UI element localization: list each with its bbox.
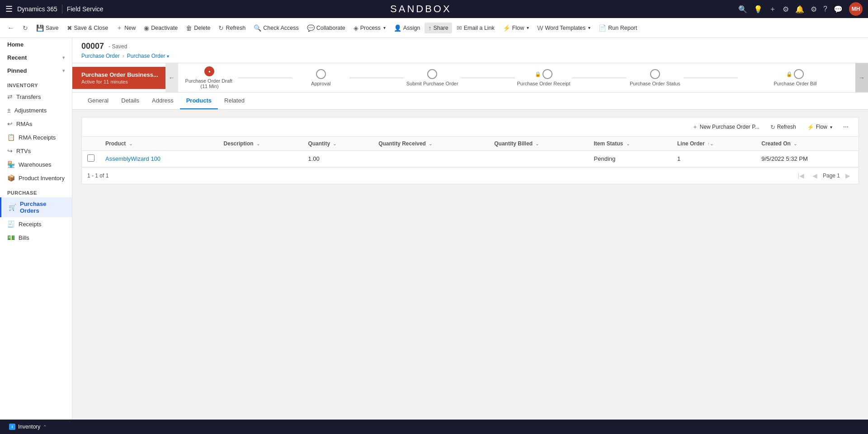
filter-icon[interactable]: ⚙ (783, 5, 789, 14)
col-header-quantity[interactable]: Quantity ⌄ (302, 137, 373, 151)
word-templates-button[interactable]: W Word Templates ▾ (533, 23, 594, 33)
subgrid-refresh-button[interactable]: ↻ Refresh (766, 122, 801, 132)
tabs-row: General Details Address Products Related (72, 93, 868, 110)
forward-button[interactable]: ↻ (19, 23, 32, 33)
tab-general[interactable]: General (81, 93, 115, 109)
sidebar-item-warehouses[interactable]: 🏪 Warehouses (0, 158, 72, 171)
col-header-description[interactable]: Description ⌄ (218, 137, 303, 151)
cell-line-order: 1 (672, 151, 756, 167)
col-header-qty-billed[interactable]: Quantity Billed ⌄ (489, 137, 588, 151)
share-button[interactable]: ↑ Share (425, 23, 452, 33)
sidebar-item-adjustments[interactable]: ± Adjustments (0, 103, 72, 117)
app-name[interactable]: Dynamics 365 (17, 5, 57, 13)
tab-details[interactable]: Details (115, 93, 146, 109)
flow-step-3-content[interactable]: Submit Purchase Order (406, 69, 459, 86)
subgrid-flow-icon: ⚡ (807, 124, 814, 131)
col-header-line-order[interactable]: Line Order ↑⌄ (672, 137, 756, 151)
deactivate-button[interactable]: ◉ Deactivate (140, 23, 181, 33)
cell-created-on: 9/5/2022 5:32 PM (756, 151, 859, 167)
sidebar-item-transfers[interactable]: ⇄ Transfers (0, 90, 72, 103)
breadcrumb-item-1[interactable]: Purchase Order (81, 53, 120, 59)
flow-button[interactable]: ⚡ Flow ▾ (499, 23, 533, 33)
bottom-bar-inventory[interactable]: I Inventory ⌃ (5, 424, 50, 430)
cell-qty-billed (489, 151, 588, 167)
flow-circle-5 (650, 69, 660, 79)
back-button[interactable]: ← (4, 22, 18, 34)
save-close-button[interactable]: ✖ Save & Close (63, 23, 112, 33)
col-header-product[interactable]: Product ⌄ (100, 137, 218, 151)
page-prev-button[interactable]: ◀ (810, 171, 820, 180)
section-purchase: Purchase (0, 185, 72, 197)
tab-address[interactable]: Address (146, 93, 180, 109)
subgrid-container: ＋ New Purchase Order P... ↻ Refresh ⚡ Fl… (81, 117, 859, 184)
flow-step-6-label: Purchase Order Bill (774, 81, 816, 86)
lightbulb-icon[interactable]: 💡 (754, 5, 763, 14)
col-header-qty-received[interactable]: Quantity Received ⌄ (373, 137, 489, 151)
tab-products[interactable]: Products (180, 93, 218, 109)
flow-step-4-content[interactable]: 🔒 Purchase Order Receipt (517, 69, 571, 86)
assign-button[interactable]: 👤 Assign (390, 23, 424, 33)
flow-line-4 (572, 78, 626, 78)
record-status: - Saved (108, 43, 127, 50)
sidebar-recent[interactable]: Recent ▾ (0, 51, 72, 64)
flow-dropdown-icon: ▾ (527, 25, 529, 30)
collaborate-button[interactable]: 💬 Collaborate (303, 23, 349, 33)
subgrid-more-button[interactable]: ⋯ (839, 122, 853, 132)
breadcrumb-item-2[interactable]: Purchase Order ▾ (127, 53, 170, 59)
flow-active-stage[interactable]: Purchase Order Business... Active for 11… (72, 67, 165, 89)
email-link-button[interactable]: ✉ Email a Link (453, 23, 498, 33)
rmas-icon: ↩ (7, 120, 13, 127)
sidebar-item-purchase-orders[interactable]: 🛒 Purchase Orders (0, 197, 72, 217)
delete-button[interactable]: 🗑 Delete (182, 23, 214, 33)
page-first-button[interactable]: |◀ (795, 171, 807, 180)
chat-icon[interactable]: 💬 (834, 5, 843, 14)
help-icon[interactable]: ? (823, 5, 827, 13)
sidebar-home[interactable]: Home (0, 38, 72, 51)
flow-step-2-content[interactable]: Approval (294, 69, 348, 86)
col-header-item-status[interactable]: Item Status ⌄ (589, 137, 672, 151)
sidebar-item-product-inventory[interactable]: 📦 Product Inventory (0, 171, 72, 185)
flow-step-5-label: Purchase Order Status (630, 81, 680, 86)
run-report-button[interactable]: 📄 Run Report (595, 23, 641, 33)
flow-prev-button[interactable]: ← (165, 63, 178, 92)
col-header-created-on[interactable]: Created On ⌄ (756, 137, 859, 151)
page-next-button[interactable]: ▶ (843, 171, 853, 180)
search-icon[interactable]: 🔍 (738, 5, 747, 14)
bottom-indicator-icon: I (9, 424, 15, 430)
tab-related[interactable]: Related (218, 93, 251, 109)
flow-next-button[interactable]: → (855, 63, 868, 92)
cell-item-status: Pending (589, 151, 672, 167)
products-table: Product ⌄ Description ⌄ Quantity ⌄ Qua (82, 137, 859, 167)
subgrid-flow-button[interactable]: ⚡ Flow ▾ (802, 122, 837, 132)
quantity-sort-icon: ⌄ (333, 141, 336, 146)
line-order-sort-icon: ↑⌄ (708, 141, 713, 146)
sidebar-pinned[interactable]: Pinned ▾ (0, 64, 72, 77)
product-link[interactable]: AssemblyWizard 100 (105, 155, 160, 162)
plus-icon[interactable]: ＋ (769, 5, 776, 14)
collaborate-icon: 💬 (307, 24, 315, 32)
sidebar-item-receipts[interactable]: 🧾 Receipts (0, 217, 72, 231)
flow-step-2: Approval (294, 69, 405, 86)
check-access-button[interactable]: 🔍 Check Access (250, 23, 302, 33)
settings-icon[interactable]: ⚙ (811, 5, 817, 14)
flow-step-1-content[interactable]: Purchase Order Draft (11 Min) (183, 66, 236, 89)
flow-step-5-content[interactable]: Purchase Order Status (628, 69, 682, 86)
flow-lock-icon-4: 🔒 (535, 71, 541, 77)
sidebar-item-rma-receipts[interactable]: 📋 RMA Receipts (0, 131, 72, 144)
flow-step-6-content[interactable]: 🔒 Purchase Order Bill (740, 69, 851, 86)
breadcrumb-dropdown-icon[interactable]: ▾ (167, 54, 169, 59)
top-nav: ☰ Dynamics 365 Field Service SANDBOX 🔍 💡… (0, 0, 868, 18)
sidebar-item-rtvs[interactable]: ↪ RTVs (0, 144, 72, 158)
new-button[interactable]: ＋ New (113, 22, 139, 34)
save-button[interactable]: 💾 Save (33, 23, 62, 33)
process-button[interactable]: ◈ Process ▾ (350, 23, 389, 33)
refresh-button[interactable]: ↻ Refresh (215, 23, 249, 33)
bell-icon[interactable]: 🔔 (795, 5, 804, 14)
subgrid-new-button[interactable]: ＋ New Purchase Order P... (688, 121, 764, 133)
row-checkbox[interactable] (87, 154, 94, 162)
content-area: 00007 - Saved Purchase Order › Purchase … (72, 38, 868, 434)
sidebar-item-rmas[interactable]: ↩ RMAs (0, 117, 72, 131)
sidebar-item-bills[interactable]: 💵 Bills (0, 231, 72, 244)
avatar[interactable]: MH (849, 2, 863, 16)
hamburger-icon[interactable]: ☰ (5, 4, 13, 14)
